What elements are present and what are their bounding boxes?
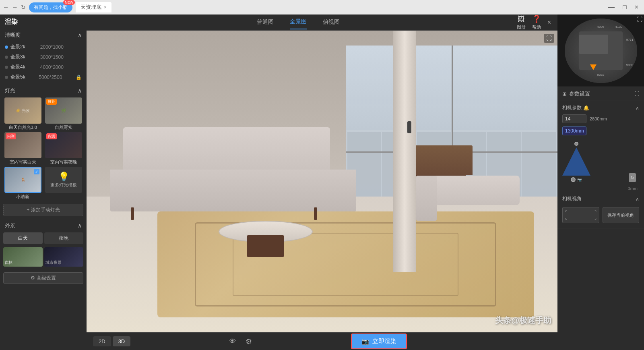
params-expand-btn[interactable]: ⛶ bbox=[634, 91, 639, 97]
res-dot-5k bbox=[5, 76, 8, 79]
new-badge: NEW bbox=[63, 0, 75, 5]
params-title: ⊞ 参数设置 bbox=[562, 90, 590, 97]
view-icons-group: 👁 ⚙ bbox=[226, 335, 255, 348]
lighting-section-header: 灯光 ∧ bbox=[0, 84, 87, 96]
camera-section-toggle[interactable]: ∧ bbox=[636, 105, 639, 111]
right-panel: 4005 4130 9771 9339 9332 ⛶ ⊞ 参数设置 ⛶ bbox=[557, 14, 644, 350]
light-item-indoor-day[interactable]: 内测 室内写实白天 bbox=[3, 132, 43, 165]
inner-badge-1: 内测 bbox=[6, 133, 16, 139]
more-lights-btn[interactable]: 💡 更多灯光模板 bbox=[45, 167, 82, 193]
tab-close-icon[interactable]: × bbox=[104, 4, 107, 10]
help-icon: ❓ bbox=[532, 14, 541, 23]
advanced-settings-btn[interactable]: ⚙ 高级设置 bbox=[3, 272, 83, 284]
mode-2d-btn[interactable]: 2D bbox=[93, 336, 111, 346]
dim-label-1: 4005 bbox=[597, 25, 605, 29]
browser-tab[interactable]: 天资埋底 × bbox=[76, 2, 111, 12]
forward-button[interactable]: → bbox=[12, 4, 18, 10]
light-item-indoor-night[interactable]: 内测 室内写实夜晚 bbox=[44, 132, 84, 165]
bell-icon: 🔔 bbox=[583, 105, 589, 111]
camera-rotate-btn[interactable]: ↻ bbox=[629, 173, 636, 182]
view-mode-group: 2D 3D bbox=[93, 336, 130, 346]
minimap-oval: 4005 4130 9771 9339 9332 bbox=[565, 19, 637, 83]
light-item-fresh[interactable]: ✓ 🪑 小清新 bbox=[3, 167, 43, 200]
right-top-actions: 🖼 图册 ❓ 帮助 × bbox=[510, 14, 557, 30]
tab-topdown[interactable]: 俯视图 bbox=[323, 15, 340, 29]
params-panel: ⊞ 参数设置 ⛶ 相机参数 🔔 ∧ 2800mm bbox=[557, 87, 644, 350]
lighting-toggle[interactable]: ∧ bbox=[78, 87, 82, 94]
viewport-canvas: ⛶ bbox=[87, 31, 557, 332]
eye-view-btn[interactable]: 👁 bbox=[226, 335, 239, 348]
light-item-more[interactable]: 💡 更多灯光模板 bbox=[44, 167, 84, 200]
back-button[interactable]: ← bbox=[3, 4, 9, 10]
dim-label-5: 9332 bbox=[597, 73, 605, 77]
recommend-badge: 推荐 bbox=[46, 99, 57, 105]
gallery-btn[interactable]: 🖼 图册 bbox=[517, 15, 526, 30]
appearance-day-btn[interactable]: 白天 bbox=[3, 232, 43, 244]
focal-length-input[interactable] bbox=[562, 114, 586, 123]
expand-canvas-btn[interactable]: ⛶ bbox=[544, 34, 554, 43]
active-check-icon: ✓ bbox=[34, 169, 39, 174]
dim-label-4: 9339 bbox=[626, 63, 634, 67]
camera-diagram: 📷 ↻ bbox=[557, 137, 644, 185]
mode-3d-btn[interactable]: 3D bbox=[113, 336, 131, 346]
coffee-table bbox=[219, 221, 313, 257]
lighting-grid: ☀️ 光效 白天自然光3.0 推荐 🌿 自然写实 内测 室内写实白天 bbox=[0, 96, 87, 201]
diagram-value: 0mm bbox=[557, 185, 644, 192]
refresh-button[interactable]: ↻ bbox=[21, 4, 26, 10]
res-dot-4k bbox=[5, 66, 8, 69]
resolution-item-3k[interactable]: 全景3k 3000*1500 bbox=[0, 52, 87, 62]
minimap-expand-btn[interactable]: ⛶ bbox=[637, 16, 642, 23]
resolution-item-4k[interactable]: 全景4k 4000*2000 bbox=[0, 62, 87, 72]
viewangle-topleft-btn[interactable]: ⌜ ⌝ ⌞ ⌟ bbox=[562, 207, 599, 223]
eye-height-input[interactable] bbox=[562, 126, 586, 135]
viewport-tabs: 普通图 全景图 俯视图 bbox=[87, 14, 510, 31]
camera-control-top[interactable] bbox=[574, 142, 578, 146]
pillar bbox=[393, 31, 417, 272]
light-item-daylight[interactable]: ☀️ 光效 白天自然光3.0 bbox=[3, 97, 43, 130]
camera-icon-small: 📷 bbox=[577, 178, 582, 182]
light-item-natural[interactable]: 推荐 🌿 自然写实 bbox=[44, 97, 84, 130]
render-button[interactable]: 📷 立即渲染 bbox=[351, 333, 407, 349]
resolution-item-5k[interactable]: 全景5k 5000*2500 🔒 bbox=[0, 72, 87, 82]
camera-section-title: 相机参数 🔔 bbox=[562, 104, 589, 111]
save-viewangle-btn[interactable]: 保存当前视角 bbox=[603, 207, 640, 223]
sidebar: 渲染 清晰度 ∧ 全景2k 2000*1000 全景3k 3000*1500 bbox=[0, 14, 87, 350]
dim-label-2: 4130 bbox=[615, 25, 623, 29]
viewangle-grid: ⌜ ⌝ ⌞ ⌟ 保存当前视角 bbox=[562, 205, 639, 225]
appearance-forest-thumb[interactable]: 森林 bbox=[3, 247, 43, 267]
camera-control-left[interactable] bbox=[571, 177, 576, 182]
res-dot-3k bbox=[5, 56, 8, 59]
help-btn[interactable]: ❓ 帮助 bbox=[532, 14, 541, 30]
settings-view-btn[interactable]: ⚙ bbox=[242, 335, 255, 348]
maximize-button[interactable]: □ bbox=[620, 3, 629, 12]
inner-badge-2: 内测 bbox=[46, 133, 57, 139]
eye-height-row bbox=[557, 125, 644, 137]
add-manual-light-btn[interactable]: + 添加手动灯光 bbox=[3, 204, 83, 216]
minimap-inner: 4005 4130 9771 9339 9332 bbox=[565, 19, 637, 83]
focal-length-row: 2800mm bbox=[557, 113, 644, 125]
dim-label-3: 9771 bbox=[626, 38, 634, 41]
minimize-button[interactable]: — bbox=[606, 3, 617, 12]
viewport-bottom-toolbar: 2D 3D 👁 ⚙ 📷 立即渲染 bbox=[87, 332, 557, 350]
sofa bbox=[110, 127, 369, 212]
viewport: 普通图 全景图 俯视图 🖼 图册 ❓ 帮助 × bbox=[87, 14, 557, 350]
tab-panorama[interactable]: 全景图 bbox=[290, 15, 307, 29]
close-window-button[interactable]: × bbox=[632, 3, 641, 12]
resolution-toggle[interactable]: ∧ bbox=[78, 32, 82, 38]
appearance-night-thumb[interactable]: 城市夜景 bbox=[44, 247, 84, 267]
resolution-item-2k[interactable]: 全景2k 2000*1000 bbox=[0, 42, 87, 52]
tab-normal[interactable]: 普通图 bbox=[257, 15, 274, 29]
chat-bubble[interactable]: 有问题，找小酷 NEW bbox=[29, 2, 72, 12]
minimap: 4005 4130 9771 9339 9332 ⛶ bbox=[557, 14, 644, 87]
appearance-night-btn[interactable]: 夜晚 bbox=[44, 232, 84, 244]
viewangle-toggle[interactable]: ∧ bbox=[636, 196, 639, 202]
lock-icon: 🔒 bbox=[76, 75, 82, 80]
carpet bbox=[157, 211, 534, 317]
appearance-toggle[interactable]: ∧ bbox=[78, 222, 82, 229]
panel-close-button[interactable]: × bbox=[547, 19, 551, 26]
camera-fov-triangle bbox=[562, 147, 590, 176]
resolution-section-header: 清晰度 ∧ bbox=[0, 28, 87, 40]
camera-indicator bbox=[590, 64, 597, 70]
main-area: 渲染 清晰度 ∧ 全景2k 2000*1000 全景3k 3000*1500 bbox=[0, 14, 644, 350]
camera-params-section: 相机参数 🔔 ∧ 2800mm bbox=[557, 101, 644, 192]
